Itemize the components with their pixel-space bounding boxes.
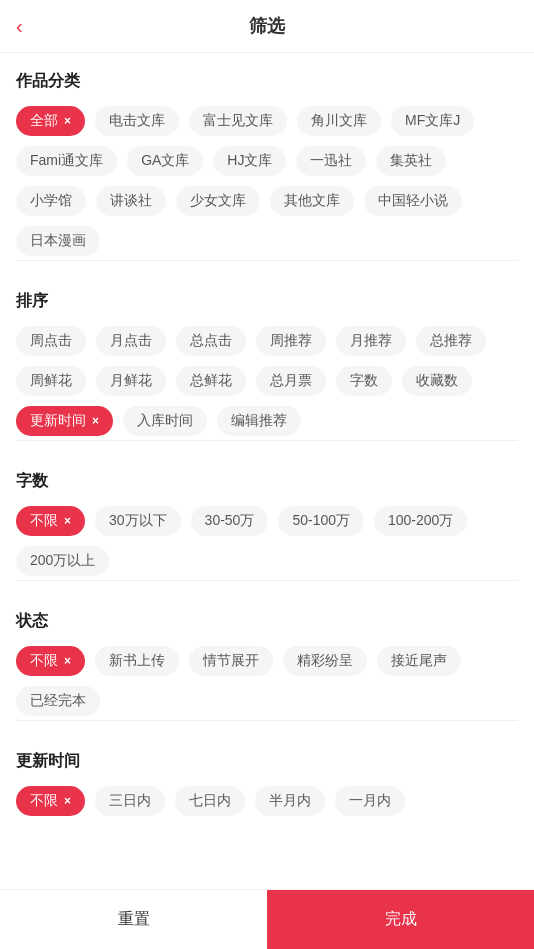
- tag-category-7[interactable]: HJ文库: [213, 146, 286, 176]
- tag-category-4[interactable]: MF文库J: [391, 106, 474, 136]
- section-status: 状态不限×新书上传情节展开精彩纷呈接近尾声已经完本: [16, 593, 518, 733]
- tag-close-icon[interactable]: ×: [64, 794, 71, 808]
- tag-category-5[interactable]: Fami通文库: [16, 146, 117, 176]
- tag-category-15[interactable]: 日本漫画: [16, 226, 100, 256]
- tag-label: 七日内: [189, 792, 231, 810]
- tag-label: 集英社: [390, 152, 432, 170]
- confirm-button[interactable]: 完成: [267, 890, 534, 949]
- tag-label: 三日内: [109, 792, 151, 810]
- tag-close-icon[interactable]: ×: [64, 514, 71, 528]
- tag-sort-7[interactable]: 月鲜花: [96, 366, 166, 396]
- tag-label: 100-200万: [388, 512, 453, 530]
- tag-label: 一迅社: [310, 152, 352, 170]
- tag-close-icon[interactable]: ×: [92, 414, 99, 428]
- section-title-category: 作品分类: [16, 71, 518, 92]
- tag-label: 周鲜花: [30, 372, 72, 390]
- tag-sort-9[interactable]: 总月票: [256, 366, 326, 396]
- tag-word_count-2[interactable]: 30-50万: [191, 506, 269, 536]
- tag-sort-10[interactable]: 字数: [336, 366, 392, 396]
- tag-label: 总点击: [190, 332, 232, 350]
- back-button[interactable]: ‹: [16, 15, 23, 38]
- tag-label: 200万以上: [30, 552, 95, 570]
- tag-sort-3[interactable]: 周推荐: [256, 326, 326, 356]
- tag-close-icon[interactable]: ×: [64, 654, 71, 668]
- tag-sort-5[interactable]: 总推荐: [416, 326, 486, 356]
- tag-word_count-0[interactable]: 不限×: [16, 506, 85, 536]
- tag-label: 新书上传: [109, 652, 165, 670]
- tag-label: 30-50万: [205, 512, 255, 530]
- tag-category-1[interactable]: 电击文库: [95, 106, 179, 136]
- tag-category-2[interactable]: 富士见文库: [189, 106, 287, 136]
- tag-label: 讲谈社: [110, 192, 152, 210]
- tag-label: 周点击: [30, 332, 72, 350]
- tag-label: 精彩纷呈: [297, 652, 353, 670]
- tag-status-5[interactable]: 已经完本: [16, 686, 100, 716]
- tag-sort-0[interactable]: 周点击: [16, 326, 86, 356]
- tags-wrap-sort: 周点击月点击总点击周推荐月推荐总推荐周鲜花月鲜花总鲜花总月票字数收藏数更新时间×…: [16, 326, 518, 436]
- tag-sort-8[interactable]: 总鲜花: [176, 366, 246, 396]
- tag-category-8[interactable]: 一迅社: [296, 146, 366, 176]
- tag-label: 半月内: [269, 792, 311, 810]
- tag-sort-4[interactable]: 月推荐: [336, 326, 406, 356]
- section-sort: 排序周点击月点击总点击周推荐月推荐总推荐周鲜花月鲜花总鲜花总月票字数收藏数更新时…: [16, 273, 518, 453]
- tag-word_count-4[interactable]: 100-200万: [374, 506, 467, 536]
- tag-label: 总鲜花: [190, 372, 232, 390]
- section-title-word_count: 字数: [16, 471, 518, 492]
- tag-label: 其他文库: [284, 192, 340, 210]
- tag-update_time-3[interactable]: 半月内: [255, 786, 325, 816]
- tag-status-1[interactable]: 新书上传: [95, 646, 179, 676]
- tag-category-12[interactable]: 少女文库: [176, 186, 260, 216]
- bottom-bar: 重置 完成: [0, 889, 534, 949]
- tag-category-6[interactable]: GA文库: [127, 146, 203, 176]
- tag-category-14[interactable]: 中国轻小说: [364, 186, 462, 216]
- filter-content: 作品分类全部×电击文库富士见文库角川文库MF文库JFami通文库GA文库HJ文库…: [0, 53, 534, 889]
- section-divider: [16, 260, 518, 261]
- tag-label: MF文库J: [405, 112, 460, 130]
- tag-label: 周推荐: [270, 332, 312, 350]
- tag-label: 已经完本: [30, 692, 86, 710]
- tag-status-3[interactable]: 精彩纷呈: [283, 646, 367, 676]
- tag-update_time-0[interactable]: 不限×: [16, 786, 85, 816]
- tag-label: HJ文库: [227, 152, 272, 170]
- tag-sort-14[interactable]: 编辑推荐: [217, 406, 301, 436]
- tag-label: 月鲜花: [110, 372, 152, 390]
- tag-category-3[interactable]: 角川文库: [297, 106, 381, 136]
- tag-label: 不限: [30, 792, 58, 810]
- tag-update_time-2[interactable]: 七日内: [175, 786, 245, 816]
- tag-label: 总月票: [270, 372, 312, 390]
- tag-category-11[interactable]: 讲谈社: [96, 186, 166, 216]
- tag-label: 月点击: [110, 332, 152, 350]
- reset-button[interactable]: 重置: [0, 890, 267, 949]
- tag-category-9[interactable]: 集英社: [376, 146, 446, 176]
- tag-word_count-1[interactable]: 30万以下: [95, 506, 181, 536]
- tag-label: 小学馆: [30, 192, 72, 210]
- tag-status-4[interactable]: 接近尾声: [377, 646, 461, 676]
- tag-label: 富士见文库: [203, 112, 273, 130]
- tag-label: 收藏数: [416, 372, 458, 390]
- tag-label: 角川文库: [311, 112, 367, 130]
- section-divider: [16, 580, 518, 581]
- tag-word_count-5[interactable]: 200万以上: [16, 546, 109, 576]
- tag-sort-12[interactable]: 更新时间×: [16, 406, 113, 436]
- tag-sort-6[interactable]: 周鲜花: [16, 366, 86, 396]
- tag-sort-11[interactable]: 收藏数: [402, 366, 472, 396]
- tag-status-2[interactable]: 情节展开: [189, 646, 273, 676]
- tag-word_count-3[interactable]: 50-100万: [278, 506, 364, 536]
- tag-update_time-1[interactable]: 三日内: [95, 786, 165, 816]
- tag-status-0[interactable]: 不限×: [16, 646, 85, 676]
- tag-label: 50-100万: [292, 512, 350, 530]
- tag-label: 更新时间: [30, 412, 86, 430]
- tag-sort-13[interactable]: 入库时间: [123, 406, 207, 436]
- tag-category-13[interactable]: 其他文库: [270, 186, 354, 216]
- tag-label: 字数: [350, 372, 378, 390]
- tag-category-0[interactable]: 全部×: [16, 106, 85, 136]
- tag-close-icon[interactable]: ×: [64, 114, 71, 128]
- tag-label: 入库时间: [137, 412, 193, 430]
- tag-label: 总推荐: [430, 332, 472, 350]
- tag-label: 日本漫画: [30, 232, 86, 250]
- tag-label: 30万以下: [109, 512, 167, 530]
- tag-update_time-4[interactable]: 一月内: [335, 786, 405, 816]
- tag-category-10[interactable]: 小学馆: [16, 186, 86, 216]
- tag-sort-1[interactable]: 月点击: [96, 326, 166, 356]
- tag-sort-2[interactable]: 总点击: [176, 326, 246, 356]
